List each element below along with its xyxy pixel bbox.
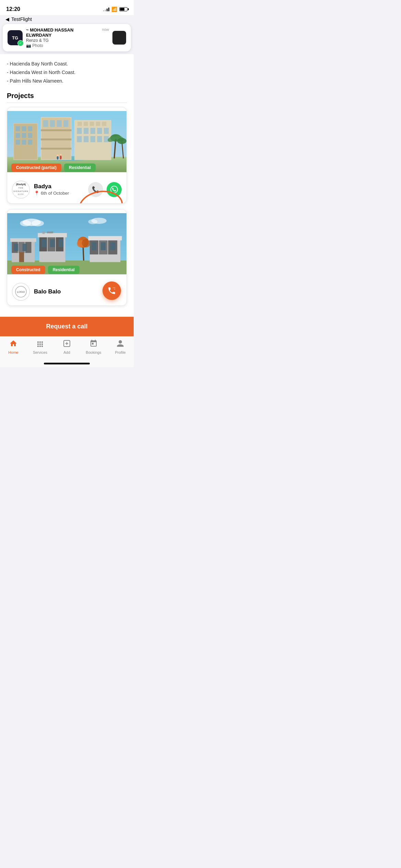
wifi-icon: 📶 (111, 7, 117, 12)
project1-phone-button[interactable]: 📞 (88, 182, 103, 197)
request-call-text: Request a call (46, 323, 87, 330)
svg-point-49 (57, 154, 59, 156)
location-list: - Hacienda Bay North Coast. - Hacienda W… (7, 60, 127, 86)
svg-point-48 (57, 156, 59, 160)
whatsapp-badge-icon: ✓ (17, 40, 24, 46)
tab-profile-label: Profile (115, 350, 125, 354)
project1-badge-status: Constructed (partial) (11, 164, 61, 172)
svg-rect-25 (77, 122, 82, 126)
svg-rect-34 (104, 128, 109, 134)
tab-add[interactable]: Add (53, 339, 80, 354)
back-arrow-icon[interactable]: ◀ (5, 16, 9, 22)
svg-rect-18 (41, 147, 71, 149)
svg-rect-10 (28, 133, 32, 138)
notification-subtitle: Renzo & TG (26, 38, 99, 43)
project1-info: |Badyã|THE SIGNATURE CITY Badya 📍 6th of… (7, 176, 126, 203)
svg-rect-65 (38, 233, 67, 237)
svg-rect-30 (77, 128, 82, 134)
list-item: - Palm Hills New Alameen. (7, 77, 127, 85)
svg-rect-16 (41, 129, 71, 131)
svg-point-47 (60, 154, 61, 155)
svg-rect-27 (90, 122, 94, 126)
svg-rect-66 (42, 231, 45, 234)
battery-icon (119, 7, 127, 11)
status-time: 12:20 (6, 6, 20, 12)
svg-rect-17 (41, 138, 71, 140)
project1-logo: |Badyã|THE SIGNATURE CITY (12, 181, 30, 198)
home-indicator-bar (44, 363, 90, 364)
camera-icon: 📷 (26, 43, 31, 48)
project1-actions: 📞 (88, 182, 122, 197)
list-item: - Hacienda Bay North Coast. (7, 60, 127, 68)
svg-rect-79 (88, 236, 122, 240)
tab-bookings[interactable]: Bookings (80, 339, 107, 354)
project1-logo-text: |Badyã|THE SIGNATURE CITY (12, 183, 29, 196)
notification-body: 📷 Photo (26, 43, 99, 48)
svg-rect-13 (28, 140, 32, 144)
svg-rect-11 (16, 140, 20, 144)
svg-rect-5 (16, 126, 20, 131)
notification-title: ~ MOHAMED HASSAN ELWRDANY (26, 27, 99, 38)
svg-rect-38 (97, 136, 102, 142)
svg-rect-21 (57, 120, 62, 127)
main-content: - Hacienda Bay North Coast. - Hacienda W… (0, 54, 134, 317)
profile-icon (116, 339, 124, 349)
svg-rect-35 (77, 136, 82, 142)
project1-location-text: 6th of October (41, 191, 69, 196)
svg-rect-70 (59, 239, 63, 247)
svg-point-45 (117, 138, 126, 144)
svg-point-84 (20, 220, 31, 226)
project-image-2: Constructed Residential (7, 209, 126, 278)
svg-rect-32 (90, 128, 95, 134)
tab-services[interactable]: Services (27, 339, 53, 354)
svg-rect-19 (43, 120, 48, 127)
project-card-badya[interactable]: Constructed (partial) Residential |Badyã… (7, 107, 127, 204)
add-icon (63, 339, 71, 349)
svg-rect-28 (96, 122, 100, 126)
svg-rect-59 (23, 244, 27, 251)
notification-content: ~ MOHAMED HASSAN ELWRDANY Renzo & TG 📷 P… (26, 27, 99, 48)
svg-point-85 (32, 220, 44, 226)
project1-location: 📍 6th of October (34, 191, 84, 196)
request-call-bar[interactable]: Request a call (0, 317, 134, 336)
tab-bookings-label: Bookings (86, 350, 101, 354)
svg-rect-67 (47, 231, 53, 233)
notification-avatar: TG ✓ (8, 30, 23, 45)
svg-rect-20 (50, 120, 55, 127)
project1-details: Badya 📍 6th of October (34, 183, 84, 196)
avatar-text: TG (12, 35, 18, 40)
notification-banner[interactable]: TG ✓ ~ MOHAMED HASSAN ELWRDANY Renzo & T… (3, 24, 131, 51)
notification-body-text: Photo (32, 43, 43, 48)
project1-whatsapp-button[interactable] (107, 182, 122, 197)
location-pin-icon: 📍 (34, 191, 39, 196)
testflight-bar: ◀ TestFlight (0, 15, 134, 24)
home-indicator (0, 361, 134, 367)
svg-rect-33 (97, 128, 102, 134)
project1-badges: Constructed (partial) Residential (11, 164, 96, 172)
tab-home[interactable]: Home (0, 339, 27, 354)
projects-section-title: Projects (7, 92, 127, 103)
project2-badges: Constructed Residential (11, 266, 80, 274)
svg-rect-68 (41, 239, 46, 247)
status-icons: 📶 (103, 7, 127, 12)
tab-profile[interactable]: Profile (107, 339, 134, 354)
svg-point-87 (88, 219, 97, 224)
svg-rect-8 (16, 133, 20, 138)
signal-icon (103, 7, 109, 11)
project-card-2[interactable]: Constructed Residential LOGO Balo Balo (7, 209, 127, 306)
svg-rect-57 (10, 238, 36, 242)
bookings-icon (89, 339, 98, 349)
project2-badge-type: Residential (48, 266, 80, 274)
svg-rect-31 (84, 128, 88, 134)
status-bar: 12:20 📶 (0, 0, 134, 15)
list-item: - Hacienda West in North Coast. (7, 68, 127, 77)
svg-rect-7 (28, 126, 32, 131)
notification-time: now (102, 27, 109, 32)
svg-rect-60 (19, 252, 24, 262)
project1-badge-type: Residential (64, 164, 96, 172)
project1-name: Badya (34, 183, 84, 190)
svg-rect-9 (22, 133, 26, 138)
floating-call-button[interactable] (102, 281, 121, 300)
notification-thumbnail (112, 31, 126, 45)
tab-home-label: Home (8, 350, 18, 354)
